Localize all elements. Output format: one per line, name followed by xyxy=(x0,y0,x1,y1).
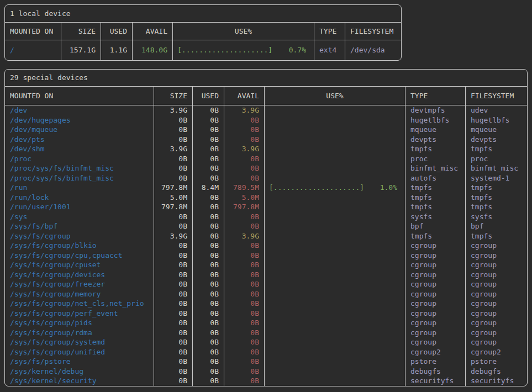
cell-filesystem: tmpfs xyxy=(465,231,527,241)
column-header: USED xyxy=(192,87,224,105)
cell-size: 0B xyxy=(154,241,192,251)
cell-used: 0B xyxy=(192,299,224,309)
cell-use-percent xyxy=(264,212,405,222)
cell-used: 0B xyxy=(192,241,224,251)
cell-mounted-on: /dev/shm xyxy=(5,144,154,154)
cell-type: hugetlbfs xyxy=(405,115,465,125)
cell-size: 0B xyxy=(154,212,192,222)
cell-use-percent xyxy=(264,163,405,173)
cell-filesystem: cgroup xyxy=(465,299,527,309)
cell-mounted-on: /sys/fs/cgroup/cpu,cpuacct xyxy=(5,251,154,261)
cell-used: 0B xyxy=(192,221,224,231)
cell-use-percent: [....................]0.7% xyxy=(172,40,314,60)
cell-used: 0B xyxy=(192,251,224,261)
cell-use-percent xyxy=(264,270,405,280)
cell-used: 0B xyxy=(192,231,224,241)
cell-size: 0B xyxy=(154,328,192,338)
table-row: /sys/fs/cgroup/perf_event 0B 0B 0B cgrou… xyxy=(5,309,527,319)
table-row: /sys/fs/cgroup/cpuset 0B 0B 0B cgroup cg… xyxy=(5,260,527,270)
table-row: /sys/kernel/security 0B 0B 0B securityfs… xyxy=(5,376,527,386)
cell-mounted-on: /run xyxy=(5,183,154,193)
special-devices-header: MOUNTED ONSIZEUSEDAVAILUSE%TYPEFILESYSTE… xyxy=(5,87,527,105)
cell-filesystem: cgroup xyxy=(465,260,527,270)
cell-mounted-on: /dev xyxy=(5,105,154,115)
cell-type: devpts xyxy=(405,135,465,145)
cell-filesystem: /dev/sda xyxy=(345,40,401,60)
cell-size: 0B xyxy=(154,115,192,125)
cell-filesystem: tmpfs xyxy=(465,202,527,212)
cell-use-percent xyxy=(264,279,405,289)
cell-type: cgroup xyxy=(405,299,465,309)
cell-mounted-on: /sys/fs/cgroup/rdma xyxy=(5,328,154,338)
cell-mounted-on: /sys/fs/cgroup/perf_event xyxy=(5,309,154,319)
cell-filesystem: proc xyxy=(465,154,527,164)
cell-used: 0B xyxy=(192,154,224,164)
local-devices-table: 1 local device MOUNTED ONSIZEUSEDAVAILUS… xyxy=(4,4,402,61)
cell-mounted-on: /sys/fs/bpf xyxy=(5,221,154,231)
terminal: { "colors": { "background": "#2b2b2b", "… xyxy=(0,0,532,392)
cell-mounted-on: /sys/fs/cgroup/unified xyxy=(5,347,154,357)
cell-used: 0B xyxy=(192,135,224,145)
cell-size: 0B xyxy=(154,173,192,183)
cell-avail: 0B xyxy=(224,289,264,299)
cell-size: 5.0M xyxy=(154,193,192,203)
cell-filesystem: cgroup xyxy=(465,251,527,261)
cell-filesystem: cgroup2 xyxy=(465,347,527,357)
cell-filesystem: cgroup xyxy=(465,270,527,280)
table-row: /sys 0B 0B 0B sysfs sysfs xyxy=(5,212,527,222)
cell-avail: 0B xyxy=(224,260,264,270)
cell-avail: 148.0G xyxy=(132,40,172,60)
cell-mounted-on: /sys/fs/cgroup/blkio xyxy=(5,241,154,251)
cell-type: ext4 xyxy=(314,40,345,60)
table-row: /sys/kernel/debug 0B 0B 0B debugfs debug… xyxy=(5,367,527,377)
special-devices-rows: /dev 3.9G 0B 3.9G devtmpfs udev /dev/hug… xyxy=(5,105,527,386)
special-devices-table: 29 special devices MOUNTED ONSIZEUSEDAVA… xyxy=(4,69,528,386)
cell-type: devtmpfs xyxy=(405,105,465,115)
cell-used: 1.1G xyxy=(101,40,132,60)
cell-type: securityfs xyxy=(405,376,465,386)
table-row: /dev/mqueue 0B 0B 0B mqueue mqueue xyxy=(5,125,527,135)
cell-used: 0B xyxy=(192,309,224,319)
cell-type: cgroup xyxy=(405,241,465,251)
cell-used: 8.4M xyxy=(192,183,224,193)
cell-type: cgroup xyxy=(405,260,465,270)
cell-filesystem: debugfs xyxy=(465,367,527,377)
cell-used: 0B xyxy=(192,193,224,203)
cell-avail: 0B xyxy=(224,337,264,347)
cell-filesystem: hugetlbfs xyxy=(465,115,527,125)
cell-avail: 5.0M xyxy=(224,193,264,203)
cell-avail: 0B xyxy=(224,221,264,231)
cell-used: 0B xyxy=(192,270,224,280)
cell-mounted-on: /dev/pts xyxy=(5,135,154,145)
usage-bar: [....................] xyxy=(269,183,364,193)
column-header: USE% xyxy=(172,23,314,40)
cell-avail: 0B xyxy=(224,318,264,328)
column-header: MOUNTED ON xyxy=(5,87,154,105)
cell-mounted-on: /sys/fs/cgroup/freezer xyxy=(5,279,154,289)
table-row: / 157.1G 1.1G 148.0G [..................… xyxy=(5,40,401,60)
cell-size: 3.9G xyxy=(154,105,192,115)
cell-use-percent xyxy=(264,318,405,328)
cell-size: 797.8M xyxy=(154,202,192,212)
cell-used: 0B xyxy=(192,105,224,115)
column-header: USED xyxy=(101,23,132,40)
cell-used: 0B xyxy=(192,260,224,270)
cell-use-percent xyxy=(264,251,405,261)
cell-size: 157.1G xyxy=(61,40,101,60)
cell-size: 0B xyxy=(154,260,192,270)
cell-use-percent xyxy=(264,115,405,125)
cell-size: 0B xyxy=(154,135,192,145)
cell-avail: 0B xyxy=(224,212,264,222)
table-row: /sys/fs/cgroup/memory 0B 0B 0B cgroup cg… xyxy=(5,289,527,299)
usage-bar: [....................] xyxy=(177,40,272,60)
cell-size: 0B xyxy=(154,376,192,386)
cell-filesystem: binfmt_misc xyxy=(465,163,527,173)
special-devices-title: 29 special devices xyxy=(5,70,527,87)
cell-mounted-on: /sys/fs/cgroup xyxy=(5,231,154,241)
cell-type: cgroup xyxy=(405,270,465,280)
cell-use-percent xyxy=(264,376,405,386)
cell-avail: 0B xyxy=(224,270,264,280)
cell-used: 0B xyxy=(192,337,224,347)
cell-size: 0B xyxy=(154,270,192,280)
cell-size: 0B xyxy=(154,318,192,328)
